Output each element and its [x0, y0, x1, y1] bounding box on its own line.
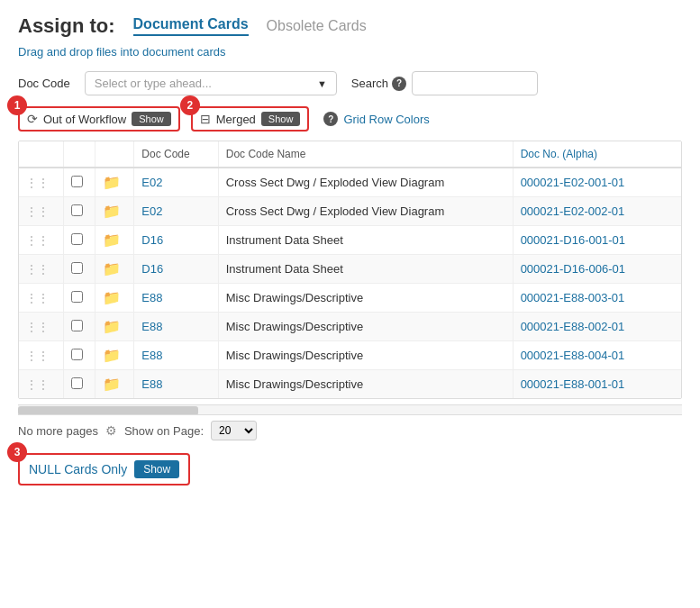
tab-obsolete-cards[interactable]: Obsolete Cards	[267, 18, 367, 34]
checkbox-cell[interactable]	[64, 341, 95, 370]
doc-no-cell[interactable]: 000021-E88-001-01	[513, 370, 681, 399]
drag-handle-cell[interactable]: ⋮⋮	[19, 370, 64, 399]
col-docname-header: Doc Code Name	[218, 141, 513, 168]
doc-no-link[interactable]: 000021-E02-002-01	[521, 204, 625, 218]
doc-no-link[interactable]: 000021-E02-001-01	[521, 176, 625, 189]
row-checkbox[interactable]	[71, 176, 83, 187]
row-checkbox[interactable]	[71, 377, 83, 389]
drag-handle-icon[interactable]: ⋮⋮	[26, 292, 50, 304]
folder-icon: 📁	[103, 377, 121, 392]
doc-no-cell[interactable]: 000021-D16-001-01	[513, 226, 681, 255]
doc-code-link[interactable]: E02	[141, 204, 162, 218]
row-checkbox[interactable]	[71, 320, 83, 331]
doc-no-cell[interactable]: 000021-D16-006-01	[513, 255, 681, 284]
folder-cell[interactable]: 📁	[95, 255, 134, 284]
doc-code-cell[interactable]: E88	[134, 370, 218, 399]
folder-cell[interactable]: 📁	[95, 313, 134, 341]
doc-no-cell[interactable]: 000021-E88-002-01	[513, 313, 681, 341]
row-checkbox[interactable]	[71, 233, 83, 245]
drag-handle-icon[interactable]: ⋮⋮	[26, 321, 50, 333]
folder-cell[interactable]: 📁	[95, 168, 134, 197]
checkbox-cell[interactable]	[64, 313, 95, 341]
doc-code-cell[interactable]: E88	[134, 284, 218, 313]
merged-show-button[interactable]: Show	[261, 112, 301, 126]
doc-code-name: Misc Drawings/Descriptive	[226, 291, 363, 304]
drag-hint: Drag and drop files into document cards	[18, 45, 682, 59]
col-doccode-header: Doc Code	[134, 141, 218, 168]
search-input[interactable]	[412, 71, 538, 95]
grid-row-colors[interactable]: ? Grid Row Colors	[323, 112, 429, 126]
null-cards-show-button[interactable]: Show	[134, 460, 179, 478]
drag-handle-cell[interactable]: ⋮⋮	[19, 313, 64, 341]
doc-code-cell[interactable]: E02	[134, 197, 218, 226]
drag-handle-cell[interactable]: ⋮⋮	[19, 341, 64, 370]
doc-no-link[interactable]: 000021-E88-001-01	[521, 377, 625, 391]
folder-cell[interactable]: 📁	[95, 197, 134, 226]
table-row: ⋮⋮ 📁 E88 Misc Drawings/Descriptive 00002…	[19, 370, 681, 399]
checkbox-cell[interactable]	[64, 197, 95, 226]
checkbox-cell[interactable]	[64, 255, 95, 284]
doc-code-link[interactable]: E88	[141, 291, 162, 304]
page-size-select[interactable]: 20 50 100	[211, 421, 257, 440]
folder-cell[interactable]: 📁	[95, 226, 134, 255]
row-checkbox[interactable]	[71, 262, 83, 274]
folder-cell[interactable]: 📁	[95, 341, 134, 370]
doc-code-link[interactable]: E88	[141, 377, 162, 391]
table-row: ⋮⋮ 📁 E88 Misc Drawings/Descriptive 00002…	[19, 341, 681, 370]
doc-no-link[interactable]: 000021-D16-001-01	[521, 233, 625, 247]
row-checkbox[interactable]	[71, 291, 83, 303]
table-row: ⋮⋮ 📁 E02 Cross Sect Dwg / Exploded View …	[19, 197, 681, 226]
badge-1: 1	[7, 95, 27, 115]
drag-handle-cell[interactable]: ⋮⋮	[19, 168, 64, 197]
drag-handle-cell[interactable]: ⋮⋮	[19, 255, 64, 284]
drag-handle-cell[interactable]: ⋮⋮	[19, 284, 64, 313]
doc-code-cell[interactable]: D16	[134, 255, 218, 284]
out-of-workflow-show-button[interactable]: Show	[132, 112, 171, 126]
doc-code-cell[interactable]: E88	[134, 313, 218, 341]
gear-icon[interactable]: ⚙	[105, 423, 117, 438]
table-row: ⋮⋮ 📁 D16 Instrument Data Sheet 000021-D1…	[19, 255, 681, 284]
grid-colors-help-icon: ?	[323, 112, 338, 126]
checkbox-cell[interactable]	[64, 168, 95, 197]
doc-no-link[interactable]: 000021-E88-002-01	[521, 320, 625, 333]
drag-handle-cell[interactable]: ⋮⋮	[19, 197, 64, 226]
doc-no-cell[interactable]: 000021-E88-003-01	[513, 284, 681, 313]
row-checkbox[interactable]	[71, 349, 83, 360]
doc-code-link[interactable]: D16	[141, 262, 163, 276]
folder-cell[interactable]: 📁	[95, 370, 134, 399]
tab-document-cards[interactable]: Document Cards	[133, 16, 249, 36]
drag-handle-icon[interactable]: ⋮⋮	[26, 263, 50, 276]
scroll-thumb[interactable]	[18, 406, 198, 415]
sync-icon: ⟳	[27, 112, 38, 126]
doc-code-link[interactable]: E02	[141, 176, 162, 189]
doc-code-name: Misc Drawings/Descriptive	[226, 349, 363, 362]
drag-handle-icon[interactable]: ⋮⋮	[26, 378, 50, 391]
doc-no-cell[interactable]: 000021-E02-001-01	[513, 168, 681, 197]
doc-no-cell[interactable]: 000021-E02-002-01	[513, 197, 681, 226]
folder-cell[interactable]: 📁	[95, 284, 134, 313]
drag-handle-cell[interactable]: ⋮⋮	[19, 226, 64, 255]
doc-no-cell[interactable]: 000021-E88-004-01	[513, 341, 681, 370]
doc-code-name: Instrument Data Sheet	[226, 262, 343, 276]
doc-code-cell[interactable]: E88	[134, 341, 218, 370]
doc-code-cell[interactable]: D16	[134, 226, 218, 255]
horizontal-scrollbar[interactable]	[18, 404, 682, 415]
drag-handle-icon[interactable]: ⋮⋮	[26, 234, 50, 247]
drag-handle-icon[interactable]: ⋮⋮	[26, 349, 50, 362]
drag-handle-icon[interactable]: ⋮⋮	[26, 177, 50, 189]
doc-no-link[interactable]: 000021-E88-003-01	[521, 291, 625, 304]
checkbox-cell[interactable]	[64, 370, 95, 399]
drag-handle-icon[interactable]: ⋮⋮	[26, 205, 50, 218]
doc-code-cell[interactable]: E02	[134, 168, 218, 197]
folder-icon: 📁	[103, 348, 121, 363]
doc-code-link[interactable]: E88	[141, 349, 162, 362]
doc-no-link[interactable]: 000021-D16-006-01	[521, 262, 625, 276]
doc-code-name-cell: Misc Drawings/Descriptive	[218, 313, 513, 341]
row-checkbox[interactable]	[71, 204, 83, 216]
doc-no-link[interactable]: 000021-E88-004-01	[521, 349, 625, 362]
doc-code-select[interactable]: Select or type ahead... ▼	[85, 71, 337, 95]
checkbox-cell[interactable]	[64, 284, 95, 313]
checkbox-cell[interactable]	[64, 226, 95, 255]
doc-code-link[interactable]: E88	[141, 320, 162, 333]
doc-code-link[interactable]: D16	[141, 233, 163, 247]
